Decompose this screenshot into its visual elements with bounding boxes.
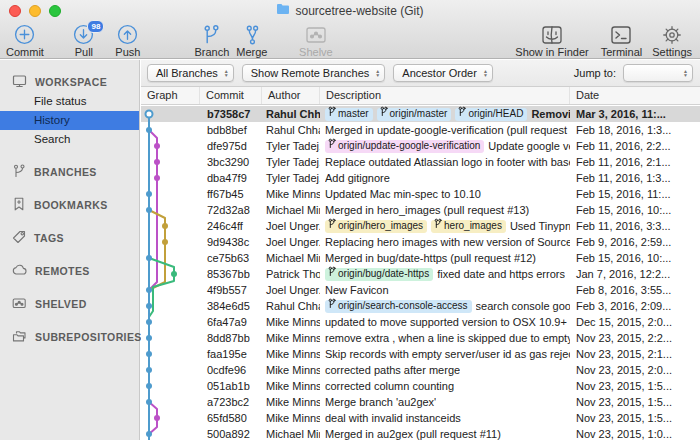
main-content: All Branches▲▼Show Remote Branches▲▼Ance… bbox=[141, 60, 700, 440]
table-row[interactable]: 8dd87bb Mike Minns... remove extra , whe… bbox=[141, 330, 700, 346]
column-header-date[interactable]: Date bbox=[570, 87, 700, 104]
toolbar-item-branch[interactable]: Branch bbox=[194, 23, 230, 58]
branches-filter-select[interactable]: All Branches▲▼ bbox=[147, 64, 234, 82]
commit-author: Joel Unger... bbox=[262, 282, 320, 298]
commit-table-header: GraphCommitAuthorDescriptionDate bbox=[141, 87, 700, 105]
commit-hash: b7358c7 bbox=[200, 106, 262, 122]
graph-cell bbox=[141, 394, 200, 410]
commit-description: Skip records with empty server/user id a… bbox=[320, 346, 570, 362]
table-row[interactable]: a723bc2 Mike Minns... Merge branch 'au2g… bbox=[141, 394, 700, 410]
minimize-window-button[interactable] bbox=[29, 5, 41, 17]
graph-cell bbox=[141, 314, 200, 330]
commit-author: Mike Minns... bbox=[262, 362, 320, 378]
sidebar-section-subrepositories[interactable]: SUBREPOSITORIES bbox=[0, 327, 139, 347]
table-row[interactable]: 500a892 Michael Min... Merged in au2gex … bbox=[141, 426, 700, 440]
commit-author: Rahul Chha... bbox=[262, 106, 320, 122]
table-row[interactable]: ce75b63 Michael Min... Merged in bug/dat… bbox=[141, 250, 700, 266]
table-row[interactable]: 0cdfe96 Mike Minns... corrected paths af… bbox=[141, 362, 700, 378]
description-text: Replace outdated Atlassian logo in foote… bbox=[325, 154, 570, 170]
commit-date: Feb 15, 2016, 11:... bbox=[570, 186, 700, 202]
description-text: Merged in bug/date-https (pull request #… bbox=[325, 250, 536, 266]
table-row[interactable]: 4f9b557 Joel Unger... New Favicon Feb 8,… bbox=[141, 282, 700, 298]
description-text: fixed date and https errors bbox=[437, 266, 565, 282]
pull-icon: 98 bbox=[72, 23, 95, 46]
table-row[interactable]: ff67b45 Mike Minns... Updated Mac min-sp… bbox=[141, 186, 700, 202]
table-row[interactable]: 384e6d5 Rahul Chhab... origin/search-con… bbox=[141, 298, 700, 314]
table-row[interactable]: 72d32a8 Michael Min... Merged in hero_im… bbox=[141, 202, 700, 218]
commit-author: Tyler Tadej... bbox=[262, 154, 320, 170]
stepper-icon: ▲▼ bbox=[683, 69, 688, 78]
sidebar-item-file-status[interactable]: File status bbox=[0, 92, 139, 111]
jump-to-select[interactable]: ▲▼ bbox=[623, 64, 693, 82]
description-text: search console google ver... bbox=[476, 298, 570, 314]
sort-order-select[interactable]: Ancestor Order▲▼ bbox=[393, 64, 493, 82]
sidebar-section-bookmarks[interactable]: BOOKMARKS bbox=[0, 195, 139, 215]
table-row[interactable]: dfe975d Tyler Tadej... origin/update-goo… bbox=[141, 138, 700, 154]
commit-author: Michael Min... bbox=[262, 426, 320, 440]
table-row[interactable]: 9d9438c Joel Unger... Replacing hero ima… bbox=[141, 234, 700, 250]
table-row[interactable]: 65fd580 Mike Minns... deal with invalid … bbox=[141, 410, 700, 426]
toolbar-item-push[interactable]: Push bbox=[110, 23, 146, 58]
sidebar: WORKSPACEFile statusHistorySearchBRANCHE… bbox=[0, 60, 140, 440]
stepper-icon: ▲▼ bbox=[224, 69, 229, 78]
commit-description: updated to move supported version to OSX… bbox=[320, 314, 570, 330]
table-row[interactable]: bdb8bef Rahul Chhab... Merged in update-… bbox=[141, 122, 700, 138]
graph-cell bbox=[141, 266, 200, 282]
commit-author: Mike Minns... bbox=[262, 410, 320, 426]
branch-badge: origin/HEAD bbox=[455, 108, 527, 121]
toolbar-item-pull[interactable]: 98 Pull bbox=[66, 23, 102, 58]
column-header-author[interactable]: Author bbox=[262, 87, 320, 104]
toolbar-item-settings[interactable]: Settings bbox=[652, 23, 692, 58]
toolbar-item-terminal[interactable]: Terminal bbox=[601, 23, 643, 58]
commit-hash: 85367bb bbox=[200, 266, 262, 282]
table-row[interactable]: b7358c7 Rahul Chha... masterorigin/maste… bbox=[141, 106, 700, 122]
shelve-icon bbox=[304, 23, 328, 46]
description-text: Merge branch 'au2gex' bbox=[325, 394, 436, 410]
bookmarks-icon bbox=[12, 197, 26, 213]
sidebar-section-label: BRANCHES bbox=[34, 166, 97, 178]
column-header-graph[interactable]: Graph bbox=[141, 87, 200, 104]
sidebar-section-remotes[interactable]: REMOTES bbox=[0, 261, 139, 281]
sidebar-item-search[interactable]: Search bbox=[0, 130, 139, 149]
table-row[interactable]: 051ab1b Mike Minns... corrected column c… bbox=[141, 378, 700, 394]
commit-hash: 72d32a8 bbox=[200, 202, 262, 218]
commit-author: Mike Minns... bbox=[262, 186, 320, 202]
branch-badge: origin/hero_images bbox=[325, 220, 427, 233]
sidebar-section-branches[interactable]: BRANCHES bbox=[0, 162, 139, 182]
remote-branches-filter-select[interactable]: Show Remote Branches▲▼ bbox=[242, 64, 386, 82]
sidebar-section-shelved[interactable]: SHELVED bbox=[0, 294, 139, 314]
description-text: remove extra , when a line is skipped du… bbox=[325, 330, 570, 346]
commit-date: Feb 8, 2016, 3:55... bbox=[570, 282, 700, 298]
close-window-button[interactable] bbox=[9, 5, 21, 17]
commit-hash: 8dd87bb bbox=[200, 330, 262, 346]
zoom-window-button[interactable] bbox=[49, 5, 61, 17]
table-row[interactable]: faa195e Mike Minns... Skip records with … bbox=[141, 346, 700, 362]
column-header-commit[interactable]: Commit bbox=[200, 87, 262, 104]
table-row[interactable]: 246c4ff Joel Unger... origin/hero_images… bbox=[141, 218, 700, 234]
commit-hash: 4f9b557 bbox=[200, 282, 262, 298]
commit-author: Rahul Chhab... bbox=[262, 298, 320, 314]
commit-description: Merged in hero_images (pull request #13) bbox=[320, 202, 570, 218]
commit-date: Feb 18, 2016, 1:3... bbox=[570, 122, 700, 138]
table-row[interactable]: 6fa47a9 Mike Minns... updated to move su… bbox=[141, 314, 700, 330]
description-text: Merged in au2gex (pull request #11) bbox=[325, 426, 501, 440]
column-header-description[interactable]: Description bbox=[320, 87, 570, 104]
toolbar-item-show-in-finder[interactable]: Show in Finder bbox=[515, 23, 588, 58]
commit-author: Patrick Tho... bbox=[262, 266, 320, 282]
graph-cell bbox=[141, 186, 200, 202]
table-row[interactable]: 85367bb Patrick Tho... origin/bug/date-h… bbox=[141, 266, 700, 282]
pull-count-badge: 98 bbox=[87, 20, 104, 33]
commit-description: Merged in update-google-verification (pu… bbox=[320, 122, 570, 138]
table-row[interactable]: 3bc3290 Tyler Tadej... Replace outdated … bbox=[141, 154, 700, 170]
commit-date: Nov 23, 2015, 2:1... bbox=[570, 346, 700, 362]
commit-description: New Favicon bbox=[320, 282, 570, 298]
sidebar-section-tags[interactable]: TAGS bbox=[0, 228, 139, 248]
toolbar-item-merge[interactable]: Merge bbox=[234, 23, 270, 58]
graph-cell bbox=[141, 234, 200, 250]
table-row[interactable]: dba47f9 Tyler Tadej... Add gitignore Feb… bbox=[141, 170, 700, 186]
toolbar-item-commit[interactable]: Commit bbox=[6, 23, 44, 58]
sidebar-section-workspace[interactable]: WORKSPACE bbox=[0, 72, 139, 92]
sidebar-item-history[interactable]: History bbox=[0, 111, 139, 130]
branch-icon bbox=[328, 138, 336, 154]
commit-date: Mar 3, 2016, 11:... bbox=[570, 106, 700, 122]
